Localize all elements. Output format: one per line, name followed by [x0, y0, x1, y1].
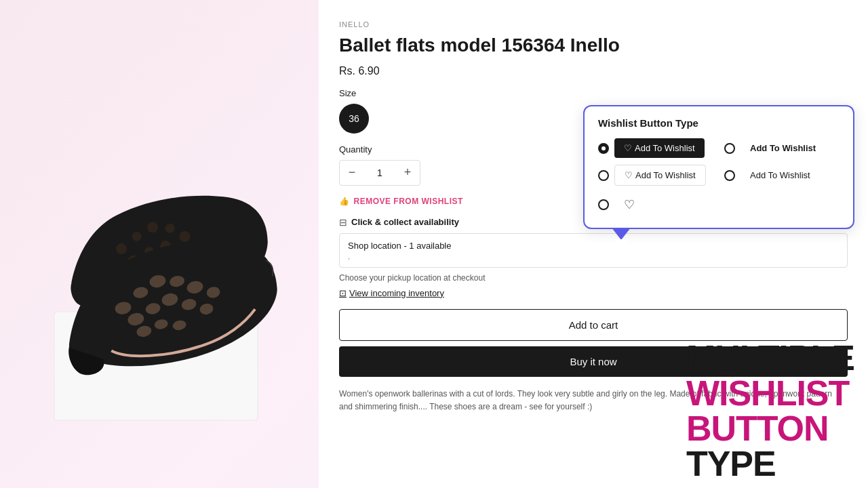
view-inventory-label: View incoming inventory	[349, 288, 444, 298]
click-collect-label: Click & collect availability	[351, 217, 459, 227]
quantity-control: − 1 +	[339, 160, 420, 186]
location-text: Shop location - 1 available	[348, 241, 839, 251]
promo-line-2: WISHLIST	[686, 375, 854, 411]
popup-option-2[interactable]: Add To Wishlist	[724, 138, 840, 158]
product-price: Rs. 6.90	[339, 65, 848, 77]
promo-line-1: MULTIPLE	[686, 340, 854, 375]
popup-option-3[interactable]: ♡ Add To Wishlist	[598, 165, 713, 186]
size-label: Size	[339, 88, 848, 98]
quantity-increase-button[interactable]: +	[395, 161, 420, 185]
quantity-decrease-button[interactable]: −	[340, 161, 364, 185]
popup-option-5[interactable]: ♡	[598, 192, 713, 217]
pickup-note: Choose your pickup location at checkout	[339, 273, 848, 283]
location-sub: ,	[348, 252, 839, 260]
heart-icon-5: ♡	[624, 197, 635, 212]
wishlist-btn-text-only-label: Add To Wishlist	[750, 170, 810, 180]
wishlist-btn-filled-label: Add To Wishlist	[635, 143, 695, 153]
location-box: Shop location - 1 available ,	[339, 233, 848, 268]
wishlist-btn-text-bold-label: Add To Wishlist	[750, 143, 816, 153]
product-title: Ballet flats model 156364 Inello	[339, 34, 848, 57]
wishlist-btn-text-bold[interactable]: Add To Wishlist	[741, 138, 825, 158]
product-image-panel	[0, 0, 319, 488]
wishlist-btn-text-only[interactable]: Add To Wishlist	[741, 165, 820, 185]
thumbs-icon: 👍	[339, 197, 350, 206]
product-image	[14, 14, 305, 474]
heart-icon-1: ♡	[624, 143, 632, 153]
wishlist-btn-outline-label: Add To Wishlist	[635, 170, 696, 180]
product-panel: INELLO Ballet flats model 156364 Inello …	[319, 0, 868, 488]
remove-from-wishlist-button[interactable]: 👍 REMOVE FROM WISHLIST	[339, 197, 463, 206]
popup-option-4[interactable]: Add To Wishlist	[724, 165, 840, 186]
wishlist-btn-heart-only[interactable]: ♡	[614, 192, 644, 217]
inventory-link-icon: ⊡	[339, 288, 347, 298]
brand-label: INELLO	[339, 20, 848, 28]
popup-option-1[interactable]: ♡ Add To Wishlist	[598, 138, 713, 158]
collect-icon: ⊟	[339, 217, 347, 228]
radio-1[interactable]	[598, 143, 609, 154]
wishlist-btn-filled[interactable]: ♡ Add To Wishlist	[614, 138, 705, 158]
popup-options: ♡ Add To Wishlist Add To Wishlist ♡ Add …	[598, 138, 840, 217]
quantity-value: 1	[364, 167, 395, 178]
popup-title: Wishlist Button Type	[598, 117, 840, 129]
promo-line-3: BUTTON	[686, 411, 854, 446]
wishlist-popup: Wishlist Button Type ♡ Add To Wishlist A…	[583, 105, 854, 229]
radio-2[interactable]	[724, 143, 735, 154]
add-to-cart-button[interactable]: Add to cart	[339, 309, 848, 341]
wishlist-btn-outline[interactable]: ♡ Add To Wishlist	[614, 165, 706, 186]
promo-line-4: TYPE	[686, 446, 854, 481]
size-btn-36[interactable]: 36	[339, 104, 369, 134]
remove-wishlist-label: REMOVE FROM WISHLIST	[354, 197, 463, 206]
heart-icon-3: ♡	[625, 170, 633, 180]
promo-text-panel: MULTIPLE WISHLIST BUTTON TYPE	[686, 340, 854, 481]
view-inventory-link[interactable]: ⊡ View incoming inventory	[339, 288, 848, 298]
popup-pointer-inner	[614, 239, 629, 249]
radio-5[interactable]	[598, 199, 609, 210]
radio-4[interactable]	[724, 170, 735, 181]
radio-3[interactable]	[598, 170, 609, 181]
popup-pointer	[612, 228, 631, 240]
